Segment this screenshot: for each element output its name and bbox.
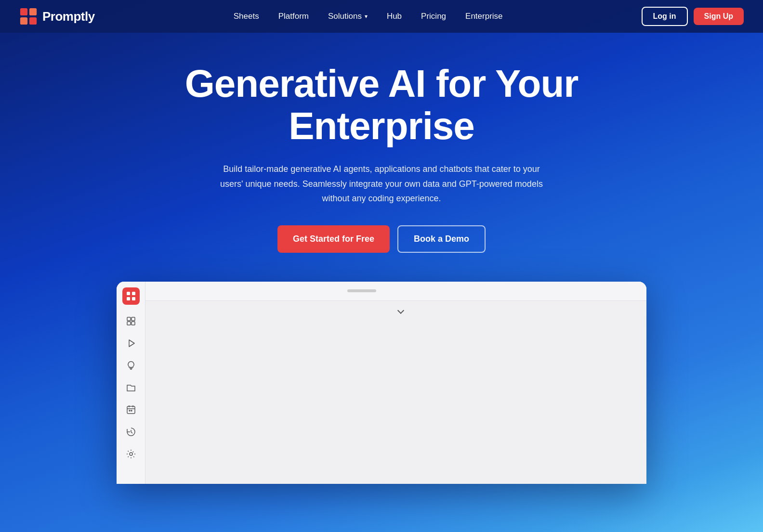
sidebar-folder-icon[interactable] (121, 378, 141, 397)
svg-rect-4 (29, 17, 37, 25)
app-topbar (145, 282, 646, 301)
svg-rect-12 (132, 322, 135, 325)
svg-point-24 (130, 453, 132, 455)
nav-actions: Log in Sign Up (642, 7, 744, 26)
cursor-indicator (397, 307, 404, 314)
svg-rect-16 (127, 406, 135, 414)
sidebar-grid-icon[interactable] (121, 311, 141, 331)
sidebar-history-icon[interactable] (121, 422, 141, 441)
hero-title: Generative AI for Your Enterprise (185, 63, 579, 147)
svg-rect-6 (132, 292, 135, 295)
sidebar-lightbulb-icon[interactable] (121, 356, 141, 375)
nav-enterprise[interactable]: Enterprise (458, 8, 510, 25)
app-title-placeholder (347, 289, 376, 292)
svg-rect-3 (20, 17, 27, 25)
app-main-area (145, 282, 646, 484)
nav-links: Sheets Platform Solutions ▾ Hub Pricing … (226, 8, 511, 25)
svg-point-20 (129, 410, 130, 411)
logo-link[interactable]: Promptly (19, 7, 95, 26)
hero-section: Generative AI for Your Enterprise Build … (0, 0, 763, 532)
svg-rect-8 (132, 297, 135, 300)
app-logo-icon (122, 287, 140, 305)
svg-rect-5 (127, 292, 130, 295)
logo-icon (19, 7, 38, 26)
svg-rect-10 (132, 317, 135, 321)
navbar: Promptly Sheets Platform Solutions ▾ Hub… (0, 0, 763, 33)
svg-point-21 (131, 410, 132, 411)
app-canvas (145, 301, 646, 484)
svg-rect-2 (29, 8, 37, 15)
app-preview (117, 282, 646, 484)
sidebar-calendar-icon[interactable] (121, 400, 141, 419)
book-demo-button[interactable]: Book a Demo (397, 225, 486, 253)
nav-pricing[interactable]: Pricing (413, 8, 454, 25)
chevron-down-icon: ▾ (365, 13, 368, 20)
signup-button[interactable]: Sign Up (694, 8, 744, 25)
nav-sheets[interactable]: Sheets (226, 8, 267, 25)
hero-content: Generative AI for Your Enterprise Build … (175, 63, 588, 282)
hero-subtitle: Build tailor-made generative AI agents, … (218, 162, 545, 206)
sidebar-settings-icon[interactable] (121, 444, 141, 464)
svg-rect-7 (127, 297, 130, 300)
svg-rect-1 (20, 8, 27, 15)
svg-rect-11 (127, 322, 131, 325)
svg-marker-13 (129, 340, 134, 347)
nav-solutions[interactable]: Solutions ▾ (320, 8, 375, 25)
hero-buttons: Get Started for Free Book a Demo (185, 225, 579, 253)
nav-hub[interactable]: Hub (379, 8, 409, 25)
login-button[interactable]: Log in (642, 7, 688, 26)
svg-rect-9 (127, 317, 131, 321)
nav-platform[interactable]: Platform (271, 8, 316, 25)
sidebar-play-icon[interactable] (121, 334, 141, 353)
app-sidebar (117, 282, 145, 484)
logo-text: Promptly (42, 9, 95, 24)
svg-line-23 (131, 432, 132, 433)
get-started-button[interactable]: Get Started for Free (277, 225, 390, 253)
